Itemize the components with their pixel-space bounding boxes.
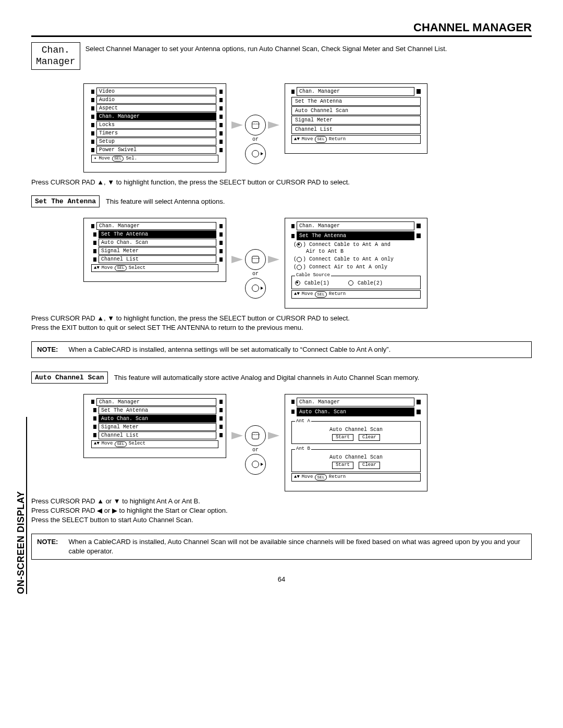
foot-select: Select xyxy=(129,266,145,271)
menu-item-label: Channel List xyxy=(99,255,216,263)
instruction-text: Press CURSOR PAD ▲, ▼ to highlight funct… xyxy=(31,178,532,187)
marker-icon xyxy=(219,232,223,237)
chan-manager-box: Chan. Manager xyxy=(31,42,80,70)
acs-label: Auto Channel Scan xyxy=(295,426,417,433)
updown-icon: ▲▼ xyxy=(294,291,300,298)
right-marker-icon xyxy=(417,224,421,228)
menu-item-label: Audio xyxy=(96,96,216,104)
sel-pill: SEL xyxy=(315,474,326,480)
menu-item: Locks xyxy=(91,121,223,129)
menu-item: Channel List xyxy=(93,431,223,439)
updown-icon: ▲▼ xyxy=(94,266,100,271)
feature-desc: This feature will select Antenna options… xyxy=(106,198,225,205)
start-button[interactable]: Start xyxy=(332,462,353,469)
menu-item-label: Chan. Manager xyxy=(96,113,216,120)
chan-box-l2: Manager xyxy=(36,56,76,67)
updown-icon: ▲▼ xyxy=(94,441,100,447)
antenna-option: () Connect Cable to Ant A only xyxy=(293,256,419,263)
menu-item: Timers xyxy=(91,129,223,137)
marker-icon xyxy=(291,410,295,414)
dpad-icon xyxy=(245,278,266,299)
or-text: or xyxy=(252,447,259,453)
submenu-item: Set The Antenna xyxy=(291,97,421,106)
feature-desc: This feature will automatically store ac… xyxy=(114,374,420,381)
foot-move: Move xyxy=(99,156,110,162)
line: Press the SELECT button to start Auto Ch… xyxy=(31,516,193,524)
acs-label: Auto Channel Scan xyxy=(295,454,417,461)
osd-set-antenna: Chan. Manager Set The Antenna () Connect… xyxy=(285,218,427,309)
marker-icon xyxy=(219,131,223,135)
submenu-item: Channel List xyxy=(291,125,421,134)
start-button[interactable]: Start xyxy=(332,434,353,441)
menu-item: Video xyxy=(91,88,223,95)
sel-pill: SEL xyxy=(115,265,126,271)
menu-item-label: Auto Chan. Scan xyxy=(99,415,216,423)
marker-icon xyxy=(91,148,94,152)
marker-icon xyxy=(219,249,223,253)
clear-button[interactable]: Clear xyxy=(359,462,380,469)
marker-icon xyxy=(91,106,94,110)
sel-pill: SEL xyxy=(315,136,326,142)
marker-icon xyxy=(219,257,223,262)
submenu-header: Chan. Manager xyxy=(297,221,414,230)
right-marker-icon xyxy=(417,400,421,404)
chan-box-l1: Chan. xyxy=(42,45,70,55)
osd-main-menu: VideoAudioAspectChan. ManagerLocksTimers… xyxy=(83,83,226,172)
arrow-right-icon xyxy=(268,121,279,129)
right-marker-icon xyxy=(417,233,421,238)
note-box: NOTE: When a CableCARD is installed, ant… xyxy=(31,341,532,358)
connector: SELECT or xyxy=(231,394,279,475)
clear-button[interactable]: Clear xyxy=(359,434,380,441)
select-button-icon: SELECT xyxy=(245,115,266,135)
cable-source-fieldset: Cable Source Cable(1) Cable(2) xyxy=(291,273,421,289)
radio-off-icon xyxy=(297,257,302,262)
dpad-icon xyxy=(245,143,266,164)
foot-select: Select xyxy=(129,441,145,447)
marker-icon xyxy=(93,416,96,421)
submenu-item: Signal Meter xyxy=(291,116,421,125)
osd-auto-scan: Chan. Manager Auto Chan. Scan Ant A Auto… xyxy=(285,394,427,491)
right-marker-icon xyxy=(417,89,421,94)
menu-item-label: Aspect xyxy=(96,104,216,112)
menu-header: Chan. Manager xyxy=(96,222,216,230)
marker-icon xyxy=(219,224,223,228)
opt-text: Connect Cable to Ant A and xyxy=(309,242,390,248)
menu-item: Audio xyxy=(91,96,223,104)
opt-text: Connect Cable to Ant A only xyxy=(309,256,394,262)
radio-off-icon xyxy=(348,280,353,286)
foot-move: Move xyxy=(102,441,113,447)
submenu-highlight: Auto Chan. Scan xyxy=(297,408,414,416)
or-text: or xyxy=(252,271,259,277)
radio-on-icon xyxy=(297,242,302,248)
marker-icon xyxy=(219,106,223,110)
marker-icon xyxy=(93,425,96,429)
menu-item: Aspect xyxy=(91,104,223,112)
menu-item: Chan. Manager xyxy=(91,113,223,120)
set-the-antenna-box: Set The Antenna xyxy=(31,195,100,207)
connector: SELECT or xyxy=(231,218,279,299)
menu-item: Signal Meter xyxy=(93,247,223,255)
sel-pill: SEL xyxy=(115,441,126,447)
cable1-label: Cable(1) xyxy=(304,280,329,286)
marker-icon xyxy=(93,241,96,245)
marker-icon xyxy=(91,98,94,102)
note-label: NOTE: xyxy=(37,537,58,556)
arrow-right-icon xyxy=(268,432,279,439)
menu-item: Set The Antenna xyxy=(93,406,223,414)
line: Press the EXIT button to quit or select … xyxy=(31,324,303,331)
menu-item-label: Power Swivel xyxy=(96,146,216,154)
line: Press CURSOR PAD ▲ or ▼ to highlight Ant… xyxy=(31,497,200,505)
foot-move: Move xyxy=(302,291,313,298)
updown-icon: ▲▼ xyxy=(294,137,300,143)
marker-icon xyxy=(219,90,223,94)
opt-text: Air to Ant B xyxy=(306,249,344,254)
marker-icon xyxy=(91,131,94,135)
foot-return: Return xyxy=(329,137,346,143)
marker-icon xyxy=(91,123,94,127)
submenu-header: Chan. Manager xyxy=(297,398,414,406)
marker-icon xyxy=(91,224,94,228)
marker-icon xyxy=(91,400,94,404)
arrow-icon: ✦ xyxy=(94,156,96,162)
antenna-option: () Connect Cable to Ant A and Air to Ant… xyxy=(293,241,419,255)
menu-item: Power Swivel xyxy=(91,146,223,154)
